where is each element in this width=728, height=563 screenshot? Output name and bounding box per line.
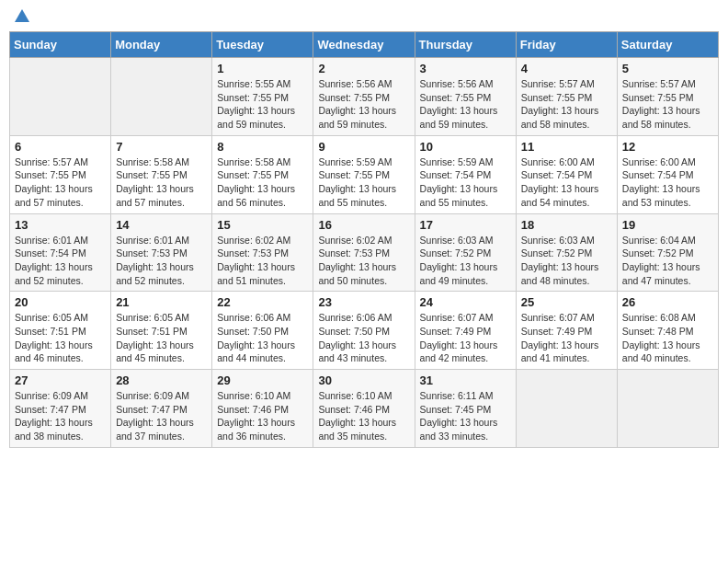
calendar-cell: 5Sunrise: 5:57 AMSunset: 7:55 PMDaylight… xyxy=(617,58,718,136)
sunset-info: Sunset: 7:50 PM xyxy=(217,326,289,337)
cell-info: Sunrise: 6:06 AMSunset: 7:50 PMDaylight:… xyxy=(318,311,409,365)
day-number: 6 xyxy=(15,140,106,154)
calendar-cell: 22Sunrise: 6:06 AMSunset: 7:50 PMDayligh… xyxy=(212,292,313,370)
cell-info: Sunrise: 6:06 AMSunset: 7:50 PMDaylight:… xyxy=(217,311,308,365)
daylight-info: Daylight: 13 hours and 53 minutes. xyxy=(622,183,700,208)
day-number: 4 xyxy=(521,62,612,75)
day-number: 24 xyxy=(420,295,511,309)
day-number: 10 xyxy=(420,140,511,154)
cell-info: Sunrise: 6:00 AMSunset: 7:54 PMDaylight:… xyxy=(521,155,612,210)
sunrise-info: Sunrise: 6:00 AM xyxy=(521,156,595,167)
sunrise-info: Sunrise: 6:10 AM xyxy=(318,390,392,401)
calendar-cell: 29Sunrise: 6:10 AMSunset: 7:46 PMDayligh… xyxy=(212,370,313,448)
calendar-cell: 9Sunrise: 5:59 AMSunset: 7:55 PMDaylight… xyxy=(313,135,415,213)
calendar-cell: 6Sunrise: 5:57 AMSunset: 7:55 PMDaylight… xyxy=(10,135,111,213)
sunrise-info: Sunrise: 6:09 AM xyxy=(15,390,88,401)
calendar-cell: 11Sunrise: 6:00 AMSunset: 7:54 PMDayligh… xyxy=(516,135,617,213)
sunrise-info: Sunrise: 6:02 AM xyxy=(318,235,392,246)
sunset-info: Sunset: 7:51 PM xyxy=(116,326,188,337)
cell-info: Sunrise: 6:09 AMSunset: 7:47 PMDaylight:… xyxy=(15,389,106,443)
cell-info: Sunrise: 5:59 AMSunset: 7:55 PMDaylight:… xyxy=(318,155,409,210)
sunrise-info: Sunrise: 6:07 AM xyxy=(521,312,595,323)
day-number: 13 xyxy=(15,218,106,232)
sunrise-info: Sunrise: 5:57 AM xyxy=(15,156,88,167)
sunrise-info: Sunrise: 5:58 AM xyxy=(217,156,290,167)
sunset-info: Sunset: 7:54 PM xyxy=(521,169,593,180)
calendar-cell: 31Sunrise: 6:11 AMSunset: 7:45 PMDayligh… xyxy=(415,370,516,448)
sunset-info: Sunset: 7:45 PM xyxy=(420,404,492,415)
sunrise-info: Sunrise: 5:58 AM xyxy=(116,156,189,167)
daylight-info: Daylight: 13 hours and 42 minutes. xyxy=(420,339,498,364)
sunset-info: Sunset: 7:55 PM xyxy=(15,169,86,180)
cell-info: Sunrise: 5:59 AMSunset: 7:54 PMDaylight:… xyxy=(420,155,511,210)
sunrise-info: Sunrise: 5:55 AM xyxy=(217,78,290,89)
calendar-cell: 1Sunrise: 5:55 AMSunset: 7:55 PMDaylight… xyxy=(212,58,313,136)
daylight-info: Daylight: 13 hours and 59 minutes. xyxy=(420,105,498,130)
daylight-info: Daylight: 13 hours and 51 minutes. xyxy=(217,261,295,286)
sunset-info: Sunset: 7:49 PM xyxy=(521,326,593,337)
calendar-cell xyxy=(10,58,111,136)
cell-info: Sunrise: 6:10 AMSunset: 7:46 PMDaylight:… xyxy=(217,389,308,443)
daylight-info: Daylight: 13 hours and 54 minutes. xyxy=(521,183,599,208)
sunrise-info: Sunrise: 6:10 AM xyxy=(217,390,290,401)
sunset-info: Sunset: 7:52 PM xyxy=(622,247,694,259)
day-number: 9 xyxy=(318,140,409,154)
daylight-info: Daylight: 13 hours and 46 minutes. xyxy=(15,339,93,364)
sunset-info: Sunset: 7:46 PM xyxy=(318,404,390,415)
weekday-header-tuesday: Tuesday xyxy=(212,32,313,58)
day-number: 21 xyxy=(116,295,207,309)
day-number: 17 xyxy=(420,218,511,232)
calendar-week-row: 27Sunrise: 6:09 AMSunset: 7:47 PMDayligh… xyxy=(10,370,719,448)
sunset-info: Sunset: 7:53 PM xyxy=(116,247,188,259)
cell-info: Sunrise: 6:00 AMSunset: 7:54 PMDaylight:… xyxy=(622,155,713,210)
day-number: 15 xyxy=(217,218,308,232)
day-number: 22 xyxy=(217,295,308,309)
cell-info: Sunrise: 6:08 AMSunset: 7:48 PMDaylight:… xyxy=(622,311,713,365)
sunset-info: Sunset: 7:53 PM xyxy=(318,247,390,259)
cell-info: Sunrise: 5:57 AMSunset: 7:55 PMDaylight:… xyxy=(521,77,612,132)
calendar-cell: 13Sunrise: 6:01 AMSunset: 7:54 PMDayligh… xyxy=(10,213,111,292)
weekday-header-row: SundayMondayTuesdayWednesdayThursdayFrid… xyxy=(10,32,719,58)
daylight-info: Daylight: 13 hours and 35 minutes. xyxy=(318,417,396,442)
sunset-info: Sunset: 7:50 PM xyxy=(318,326,390,337)
calendar-cell: 8Sunrise: 5:58 AMSunset: 7:55 PMDaylight… xyxy=(212,135,313,213)
sunset-info: Sunset: 7:55 PM xyxy=(217,92,289,103)
day-number: 23 xyxy=(318,295,409,309)
calendar-cell: 18Sunrise: 6:03 AMSunset: 7:52 PMDayligh… xyxy=(516,213,617,292)
sunset-info: Sunset: 7:55 PM xyxy=(521,92,593,103)
sunrise-info: Sunrise: 5:56 AM xyxy=(318,78,392,89)
daylight-info: Daylight: 13 hours and 49 minutes. xyxy=(420,261,498,286)
sunset-info: Sunset: 7:52 PM xyxy=(521,247,593,259)
sunset-info: Sunset: 7:55 PM xyxy=(318,169,390,180)
calendar-cell xyxy=(516,370,617,448)
daylight-info: Daylight: 13 hours and 58 minutes. xyxy=(521,105,599,130)
sunrise-info: Sunrise: 6:06 AM xyxy=(217,312,290,323)
day-number: 29 xyxy=(217,373,308,387)
calendar-cell: 20Sunrise: 6:05 AMSunset: 7:51 PMDayligh… xyxy=(10,292,111,370)
daylight-info: Daylight: 13 hours and 41 minutes. xyxy=(521,339,599,364)
sunset-info: Sunset: 7:52 PM xyxy=(420,247,492,259)
calendar-cell: 30Sunrise: 6:10 AMSunset: 7:46 PMDayligh… xyxy=(313,370,415,448)
cell-info: Sunrise: 6:02 AMSunset: 7:53 PMDaylight:… xyxy=(318,234,409,288)
weekday-header-sunday: Sunday xyxy=(10,32,111,58)
daylight-info: Daylight: 13 hours and 48 minutes. xyxy=(521,261,599,286)
calendar-cell: 19Sunrise: 6:04 AMSunset: 7:52 PMDayligh… xyxy=(617,213,718,292)
daylight-info: Daylight: 13 hours and 57 minutes. xyxy=(15,183,93,208)
daylight-info: Daylight: 13 hours and 44 minutes. xyxy=(217,339,295,364)
cell-info: Sunrise: 5:57 AMSunset: 7:55 PMDaylight:… xyxy=(15,155,106,210)
sunset-info: Sunset: 7:48 PM xyxy=(622,326,694,337)
daylight-info: Daylight: 13 hours and 43 minutes. xyxy=(318,339,396,364)
daylight-info: Daylight: 13 hours and 45 minutes. xyxy=(116,339,194,364)
sunrise-info: Sunrise: 6:06 AM xyxy=(318,312,392,323)
cell-info: Sunrise: 5:56 AMSunset: 7:55 PMDaylight:… xyxy=(318,77,409,132)
daylight-info: Daylight: 13 hours and 52 minutes. xyxy=(15,261,93,286)
calendar-week-row: 20Sunrise: 6:05 AMSunset: 7:51 PMDayligh… xyxy=(10,292,719,370)
sunrise-info: Sunrise: 6:00 AM xyxy=(622,156,696,167)
sunset-info: Sunset: 7:53 PM xyxy=(217,247,289,259)
sunrise-info: Sunrise: 6:01 AM xyxy=(116,235,189,246)
sunrise-info: Sunrise: 6:03 AM xyxy=(521,235,595,246)
sunrise-info: Sunrise: 6:08 AM xyxy=(622,312,696,323)
weekday-header-thursday: Thursday xyxy=(415,32,516,58)
cell-info: Sunrise: 6:09 AMSunset: 7:47 PMDaylight:… xyxy=(116,389,207,443)
sunset-info: Sunset: 7:55 PM xyxy=(217,169,289,180)
